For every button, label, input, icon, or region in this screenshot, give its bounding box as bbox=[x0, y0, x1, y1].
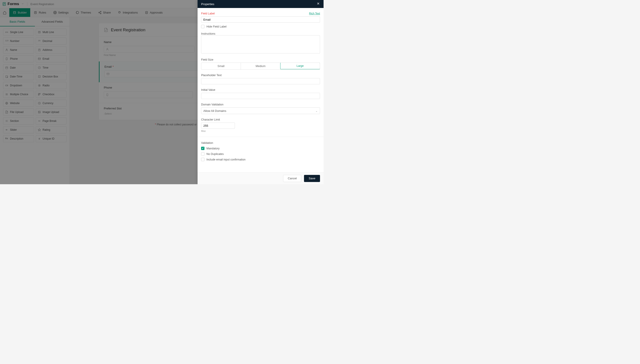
field-label-label: Field Label bbox=[201, 12, 215, 15]
properties-title: Properties bbox=[201, 2, 214, 6]
domain-validation-select[interactable]: Allow All Domains ⌄ bbox=[201, 108, 320, 114]
field-size-small[interactable]: Small bbox=[201, 63, 241, 70]
hide-field-label-text: Hide Field Label bbox=[206, 25, 227, 28]
mandatory-text: Mandatory bbox=[206, 147, 220, 150]
character-limit-label: Character Limit bbox=[201, 118, 320, 121]
hide-field-label-checkbox[interactable] bbox=[201, 25, 204, 28]
close-icon bbox=[316, 2, 320, 5]
properties-body: Field Label Rich Text Hide Field Label I… bbox=[197, 8, 324, 172]
character-limit-input[interactable] bbox=[201, 122, 235, 129]
mandatory-checkbox[interactable] bbox=[201, 147, 204, 150]
validation-label: Validation bbox=[201, 142, 320, 144]
no-duplicates-checkbox[interactable] bbox=[201, 152, 204, 156]
field-size-medium[interactable]: Medium bbox=[241, 63, 280, 70]
domain-validation-label: Domain Validation bbox=[201, 103, 320, 106]
properties-footer: Cancel Save bbox=[197, 172, 324, 184]
rich-text-link[interactable]: Rich Text bbox=[309, 12, 320, 15]
domain-validation-value: Allow All Domains bbox=[203, 109, 226, 112]
email-confirmation-checkbox[interactable] bbox=[201, 158, 204, 161]
save-button[interactable]: Save bbox=[304, 175, 320, 182]
section-divider bbox=[197, 137, 324, 137]
field-size-large[interactable]: Large bbox=[280, 62, 320, 69]
instructions-label: Instructions bbox=[201, 32, 320, 35]
initial-value-label: Initial Value bbox=[201, 88, 320, 92]
instructions-input[interactable] bbox=[201, 35, 320, 54]
close-button[interactable] bbox=[316, 2, 320, 6]
initial-value-input[interactable] bbox=[201, 93, 320, 99]
chevron-down-icon: ⌄ bbox=[315, 109, 318, 112]
email-confirmation-text: Include email input confirmation bbox=[206, 158, 246, 161]
properties-header: Properties bbox=[197, 0, 324, 8]
properties-panel: Properties Field Label Rich Text Hide Fi… bbox=[197, 0, 324, 184]
character-limit-hint: Max bbox=[201, 130, 320, 132]
no-duplicates-text: No Duplicates bbox=[206, 152, 224, 156]
placeholder-label: Placeholder Text bbox=[201, 74, 320, 77]
field-size-label: Field Size bbox=[201, 58, 320, 61]
field-label-input[interactable] bbox=[201, 16, 320, 23]
cancel-button[interactable]: Cancel bbox=[283, 175, 301, 182]
placeholder-input[interactable] bbox=[201, 78, 320, 84]
field-size-group: Small Medium Large bbox=[201, 62, 320, 70]
